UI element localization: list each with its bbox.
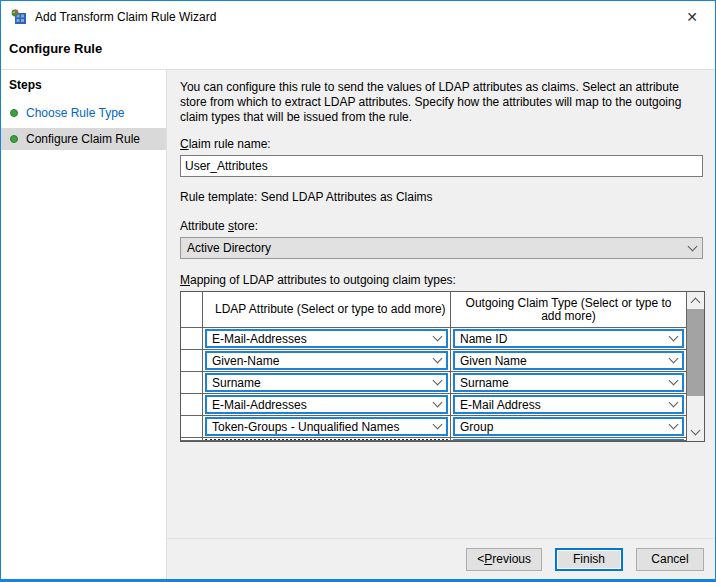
table-row: Token-Groups - Unqualified Names: [203, 416, 451, 438]
step-label: Configure Claim Rule: [26, 132, 140, 146]
table-row: Name ID: [451, 328, 687, 350]
ldap-attribute-column-header: LDAP Attribute (Select or type to add mo…: [203, 292, 451, 328]
attribute-store-value: Active Directory: [187, 241, 689, 255]
table-scrollbar[interactable]: [687, 292, 704, 441]
cancel-button[interactable]: Cancel: [636, 548, 704, 571]
window-title: Add Transform Claim Rule Wizard: [35, 10, 216, 24]
sidebar-item-choose-rule-type[interactable]: Choose Rule Type: [1, 102, 166, 124]
chevron-down-icon: [669, 376, 679, 386]
ldap-attribute-select[interactable]: E-Mail-Addresses: [205, 329, 448, 348]
chevron-down-icon: [433, 420, 443, 430]
button-bar: < Previous Finish Cancel: [167, 539, 716, 579]
outgoing-claim-select[interactable]: Group: [453, 417, 684, 436]
outgoing-claim-select[interactable]: Surname: [453, 373, 684, 392]
outgoing-claim-select[interactable]: Name ID: [453, 329, 684, 348]
attribute-store-select[interactable]: Active Directory: [180, 237, 703, 259]
rule-description: You can configure this rule to send the …: [180, 80, 705, 125]
claim-rule-name-input[interactable]: [180, 155, 703, 177]
chevron-down-icon: [669, 420, 679, 430]
table-row: Group: [451, 416, 687, 438]
row-selector[interactable]: [181, 350, 203, 372]
chevron-down-icon: [433, 332, 443, 342]
ldap-attribute-select[interactable]: Token-Groups - Unqualified Names: [205, 417, 448, 436]
table-row: E-Mail-Addresses: [203, 328, 451, 350]
scrollbar-thumb[interactable]: [687, 309, 704, 396]
scroll-down-icon[interactable]: [687, 424, 704, 441]
content-column: You can configure this rule to send the …: [167, 70, 716, 579]
chevron-down-icon: [669, 332, 679, 342]
sidebar-item-configure-claim-rule[interactable]: Configure Claim Rule: [1, 128, 166, 150]
table-row: Given-Name: [203, 350, 451, 372]
attribute-store-label: Attribute store:: [180, 219, 705, 233]
chevron-down-icon: [688, 241, 698, 251]
claim-rule-name-label: Claim rule name:: [180, 137, 705, 151]
chevron-down-icon: [433, 354, 443, 364]
rule-template-text: Rule template: Send LDAP Attributes as C…: [180, 190, 705, 204]
finish-button[interactable]: Finish: [555, 548, 623, 571]
ldap-attribute-select[interactable]: Surname: [205, 373, 448, 392]
ldap-attribute-select[interactable]: [205, 439, 448, 441]
mapping-table: LDAP Attribute (Select or type to add mo…: [180, 291, 705, 442]
row-selector[interactable]: [181, 372, 203, 394]
chevron-down-icon: [433, 376, 443, 386]
step-bullet-icon: [10, 109, 18, 117]
row-selector[interactable]: [181, 394, 203, 416]
wizard-icon: [11, 9, 27, 25]
outgoing-claim-column-header: Outgoing Claim Type (Select or type to a…: [451, 292, 687, 328]
table-row: Surname: [451, 372, 687, 394]
step-label: Choose Rule Type: [26, 106, 125, 120]
ldap-attribute-select[interactable]: E-Mail-Addresses: [205, 395, 448, 414]
chevron-down-icon: [669, 354, 679, 364]
ldap-attribute-select[interactable]: Given-Name: [205, 351, 448, 370]
steps-heading: Steps: [1, 70, 166, 98]
steps-sidebar: Steps Choose Rule Type Configure Claim R…: [1, 70, 167, 579]
main-area: Steps Choose Rule Type Configure Claim R…: [1, 69, 715, 579]
title-bar: Add Transform Claim Rule Wizard ✕: [1, 1, 715, 33]
chevron-down-icon: [669, 398, 679, 408]
close-icon[interactable]: ✕: [679, 6, 705, 28]
table-row: Given Name: [451, 350, 687, 372]
table-row: E-Mail Address: [451, 394, 687, 416]
row-selector[interactable]: [181, 416, 203, 438]
row-selector[interactable]: [181, 328, 203, 350]
table-row-partial: [451, 438, 687, 441]
scrollbar-track[interactable]: [687, 309, 704, 424]
table-row: E-Mail-Addresses: [203, 394, 451, 416]
outgoing-claim-select[interactable]: [453, 439, 684, 441]
table-row: Surname: [203, 372, 451, 394]
wizard-window: Add Transform Claim Rule Wizard ✕ Config…: [0, 0, 716, 582]
content-panel: You can configure this rule to send the …: [167, 70, 716, 538]
chevron-down-icon: [433, 398, 443, 408]
outgoing-claim-select[interactable]: Given Name: [453, 351, 684, 370]
row-selector[interactable]: [181, 438, 203, 441]
scroll-up-icon[interactable]: [687, 292, 704, 309]
step-bullet-icon: [10, 135, 18, 143]
previous-button[interactable]: < Previous: [466, 548, 542, 571]
table-row-partial: [203, 438, 451, 441]
table-corner-cell: [181, 292, 203, 328]
mapping-label: Mapping of LDAP attributes to outgoing c…: [180, 273, 705, 287]
outgoing-claim-select[interactable]: E-Mail Address: [453, 395, 684, 414]
page-title: Configure Rule: [1, 33, 715, 69]
